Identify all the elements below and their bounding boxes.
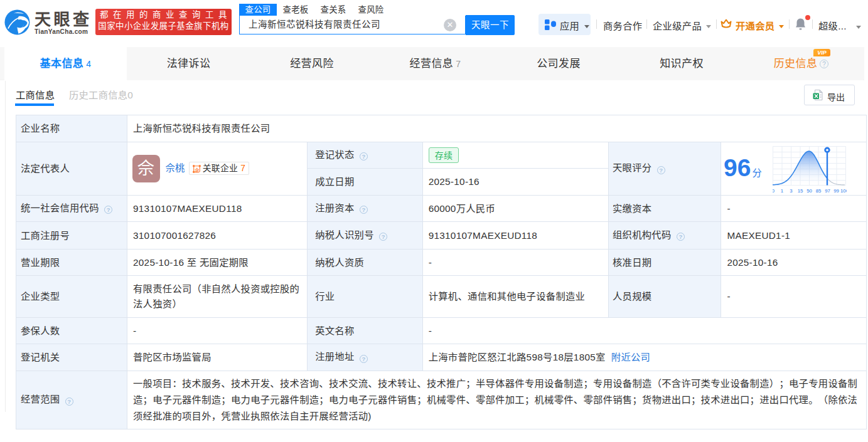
svg-text:1: 1 xyxy=(781,188,783,194)
svg-text:99: 99 xyxy=(833,188,839,194)
svg-text:企: 企 xyxy=(194,167,200,172)
svg-text:100: 100 xyxy=(840,188,847,194)
svg-text:15: 15 xyxy=(798,188,803,194)
svg-text:0: 0 xyxy=(773,188,775,194)
svg-text:3: 3 xyxy=(790,188,792,194)
svg-text:97: 97 xyxy=(825,188,830,194)
svg-text:85: 85 xyxy=(816,188,822,194)
svg-text:50: 50 xyxy=(806,188,812,194)
